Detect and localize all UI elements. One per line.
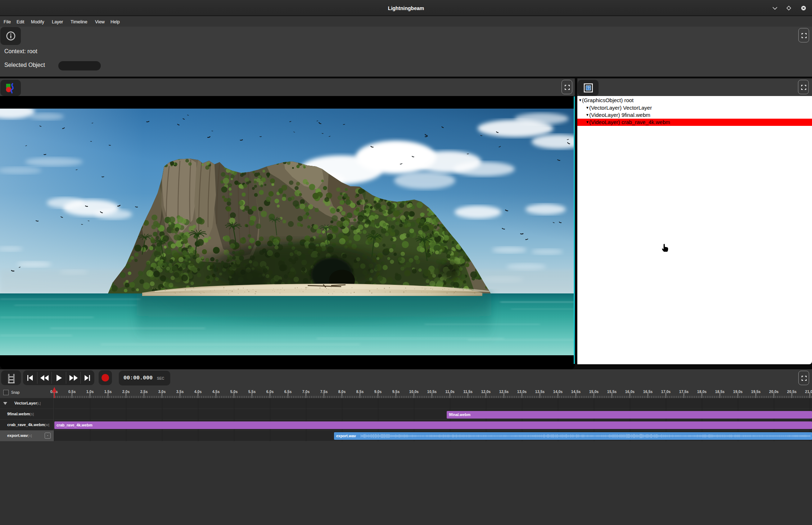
svg-text:?: ? bbox=[587, 86, 589, 90]
